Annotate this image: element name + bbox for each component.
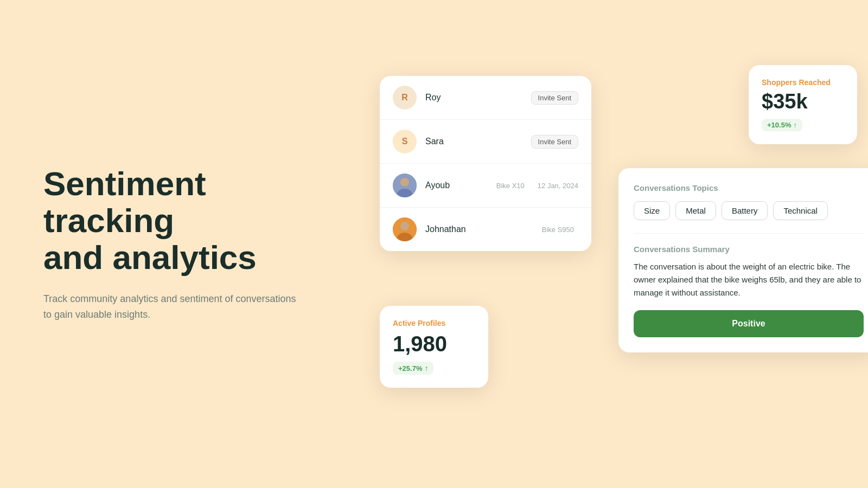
summary-section-title: Conversations Summary (634, 245, 864, 254)
invite-badge: Invite Sent (531, 91, 578, 105)
shoppers-amount: $35k (762, 90, 844, 113)
arrow-up-icon: ↑ (424, 364, 428, 373)
shoppers-growth: +10.5% ↑ (762, 119, 802, 131)
date-text: 12 Jan, 2024 (538, 182, 578, 190)
arrow-up-icon: ↑ (793, 121, 797, 129)
avatar (393, 217, 417, 241)
right-section: R Roy Invite Sent S Sara Invite Sent Ayo… (369, 0, 868, 488)
user-name: Johnathan (425, 224, 533, 234)
active-profiles-card: Active Profiles 1,980 +25.7% ↑ (380, 306, 488, 388)
left-section: Sentiment tracking and analytics Track c… (0, 165, 369, 323)
sentiment-button[interactable]: Positive (634, 310, 864, 337)
summary-text: The conversation is about the weight of … (634, 260, 864, 299)
topic-chip-technical: Technical (773, 201, 828, 220)
active-profiles-title: Active Profiles (393, 319, 475, 328)
svg-point-1 (400, 178, 409, 187)
active-profiles-count: 1,980 (393, 332, 475, 356)
user-list-card: R Roy Invite Sent S Sara Invite Sent Ayo… (380, 76, 591, 251)
sub-text: Track community analytics and sentiment … (43, 291, 304, 323)
user-name: Sara (425, 137, 522, 146)
topics-row: Size Metal Battery Technical (634, 201, 864, 220)
table-row: Ayoub Bike X10 12 Jan, 2024 (380, 164, 591, 208)
main-heading: Sentiment tracking and analytics (43, 165, 326, 277)
topic-chip-size: Size (634, 201, 670, 220)
table-row: Johnathan Bike S950 (380, 208, 591, 251)
table-row: S Sara Invite Sent (380, 120, 591, 164)
user-meta: Bike S950 (542, 226, 574, 234)
avatar (393, 174, 417, 197)
shoppers-title: Shoppers Reached (762, 78, 844, 87)
topic-chip-metal: Metal (675, 201, 716, 220)
topics-section-title: Conversations Topics (634, 183, 864, 192)
avatar: R (393, 86, 417, 110)
divider (634, 233, 864, 234)
invite-badge: Invite Sent (531, 135, 578, 149)
user-meta: Bike X10 (496, 182, 525, 190)
user-name: Ayoub (425, 181, 488, 190)
avatar: S (393, 130, 417, 153)
svg-point-4 (400, 222, 409, 230)
active-profiles-growth: +25.7% ↑ (393, 362, 433, 375)
shoppers-reached-card: Shoppers Reached $35k +10.5% ↑ (749, 65, 857, 144)
topic-chip-battery: Battery (722, 201, 768, 220)
user-name: Roy (425, 93, 522, 102)
conversation-card: Conversations Topics Size Metal Battery … (618, 168, 868, 352)
table-row: R Roy Invite Sent (380, 76, 591, 120)
